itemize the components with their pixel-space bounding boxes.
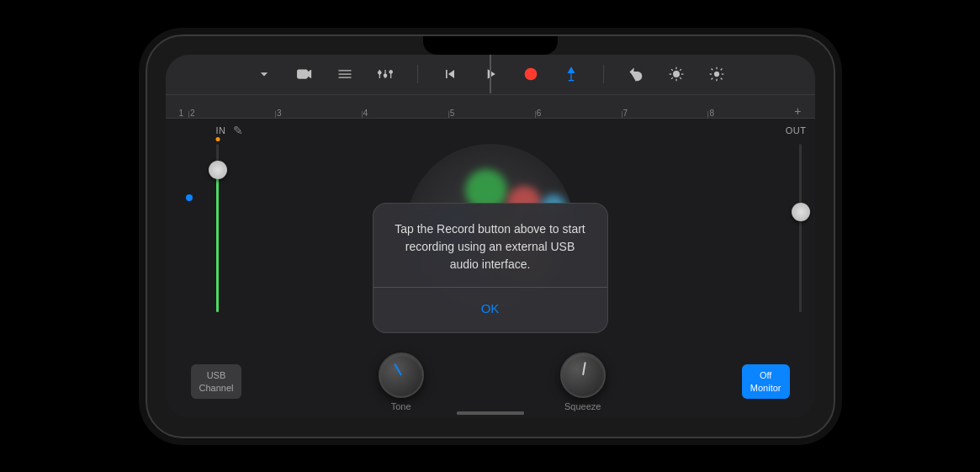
ruler-mark-4: 4 <box>362 109 448 118</box>
svg-line-21 <box>680 69 681 71</box>
separator-2 <box>603 65 604 83</box>
separator-1 <box>417 65 418 83</box>
volume-button[interactable] <box>146 137 147 162</box>
ruler-mark-6: 6 <box>535 109 622 118</box>
ruler-mark-7: 7 <box>622 109 708 118</box>
svg-point-13 <box>673 72 679 77</box>
tracks-button[interactable] <box>333 62 357 86</box>
settings-button[interactable] <box>705 62 728 86</box>
svg-point-7 <box>384 74 386 77</box>
ruler-mark-5: 5 <box>448 109 535 118</box>
ruler-mark-3: 3 <box>275 109 362 118</box>
record-button[interactable] <box>519 62 543 86</box>
modal-ok-button[interactable]: OK <box>394 298 587 319</box>
brightness-button[interactable] <box>665 62 688 86</box>
main-content: IN ✎ OUT <box>166 119 815 418</box>
ruler-marks: 2 3 4 5 6 7 8 <box>188 109 794 118</box>
modal-message: Tap the Record button above to start rec… <box>394 220 587 273</box>
ruler-add[interactable]: + <box>794 104 801 118</box>
undo-button[interactable] <box>624 62 648 86</box>
timeline-ruler: 1 2 3 4 5 6 7 8 + <box>166 95 815 119</box>
rewind-button[interactable] <box>438 62 462 86</box>
modal-divider <box>373 287 607 288</box>
svg-point-5 <box>378 72 380 74</box>
svg-rect-0 <box>297 70 307 78</box>
svg-point-9 <box>389 71 392 73</box>
ruler-mark-8: 8 <box>707 109 794 118</box>
modal-dialog: Tap the Record button above to start rec… <box>373 203 608 333</box>
svg-line-19 <box>680 77 681 79</box>
mixer-button[interactable] <box>373 62 397 86</box>
svg-line-20 <box>671 77 673 79</box>
svg-line-18 <box>671 69 673 71</box>
modal-overlay: Tap the Record button above to start rec… <box>166 119 815 418</box>
camera-button[interactable] <box>293 62 316 86</box>
phone-notch <box>423 36 558 55</box>
ruler-mark-2: 2 <box>188 109 275 118</box>
svg-point-22 <box>714 72 718 77</box>
phone-frame: 1 2 3 4 5 6 7 8 + IN ✎ OUT <box>146 34 835 438</box>
screen: 1 2 3 4 5 6 7 8 + IN ✎ OUT <box>166 55 815 418</box>
tuner-button[interactable] <box>559 62 583 86</box>
ruler-start: 1 <box>179 109 184 118</box>
svg-point-10 <box>524 68 537 81</box>
dropdown-button[interactable] <box>252 62 276 86</box>
power-button[interactable] <box>834 146 835 188</box>
